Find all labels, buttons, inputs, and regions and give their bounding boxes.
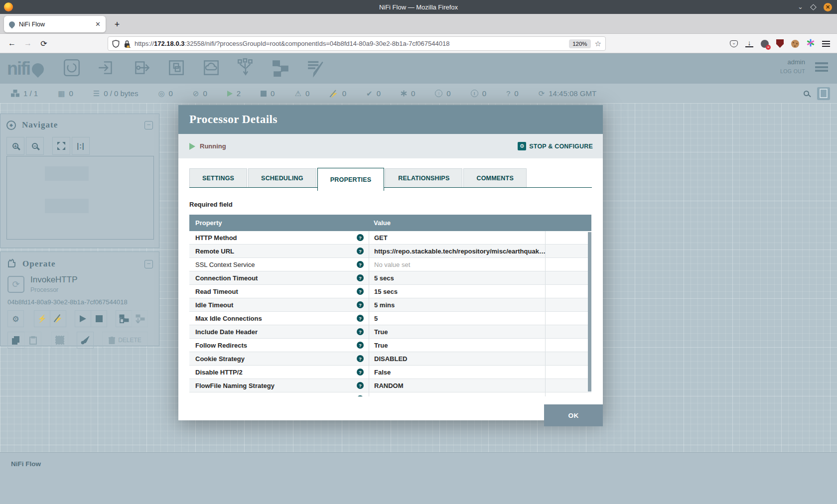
stop-icon[interactable] xyxy=(91,310,107,327)
label-icon[interactable] xyxy=(306,58,326,80)
property-row[interactable]: Remote URL?https://repo.stackable.tech/r… xyxy=(189,245,591,258)
close-icon[interactable]: ✕ xyxy=(824,3,832,11)
menu-icon[interactable] xyxy=(822,41,830,47)
connected-nodes-count: 1 / 1 xyxy=(11,89,38,98)
new-tab-button[interactable]: + xyxy=(111,18,124,31)
funnel-icon[interactable] xyxy=(236,58,256,80)
property-row[interactable]: Request Username?No value set xyxy=(189,392,591,396)
running-play-icon xyxy=(227,91,233,97)
zoom-fit-icon[interactable] xyxy=(52,137,70,155)
operate-collapse-icon[interactable]: – xyxy=(144,260,153,268)
lock-warning-icon[interactable] xyxy=(124,40,131,48)
zoom-level-badge[interactable]: 120% xyxy=(569,39,590,48)
tab-close-icon[interactable]: ✕ xyxy=(95,20,101,28)
properties-table-body: HTTP Method?GETRemote URL?https://repo.s… xyxy=(189,231,591,396)
property-row[interactable]: HTTP Method?GET xyxy=(189,231,591,245)
tab-settings[interactable]: SETTINGS xyxy=(189,168,247,187)
tracking-shield-icon[interactable] xyxy=(112,40,120,48)
help-icon[interactable]: ? xyxy=(357,301,364,308)
help-icon[interactable]: ? xyxy=(357,342,364,349)
configure-icon[interactable]: ⚙ xyxy=(7,310,24,327)
enable-icon[interactable]: ⚡ xyxy=(34,310,50,327)
zoom-out-icon[interactable]: − xyxy=(26,137,44,155)
maximize-icon[interactable] xyxy=(810,4,817,10)
adblock-shield-icon[interactable] xyxy=(776,39,784,48)
delete-button[interactable]: DELETE xyxy=(102,332,148,349)
cookie-extension-icon[interactable] xyxy=(791,40,799,48)
logout-link[interactable]: LOG OUT xyxy=(780,68,805,74)
input-port-icon[interactable] xyxy=(97,58,117,80)
downloads-icon[interactable]: ↓ xyxy=(745,40,753,47)
help-icon[interactable]: ? xyxy=(357,288,364,295)
group-icon[interactable] xyxy=(51,332,68,349)
change-version-icon[interactable] xyxy=(132,310,148,327)
property-column-header: Property xyxy=(189,219,369,227)
threads-grid-icon: ▦ xyxy=(58,89,65,98)
sidebar-toggle-icon[interactable] xyxy=(817,87,830,100)
global-menu-icon[interactable] xyxy=(815,62,828,72)
search-icon[interactable] xyxy=(804,91,809,96)
create-template-icon[interactable] xyxy=(116,310,132,327)
output-port-icon[interactable] xyxy=(132,58,151,80)
property-row[interactable]: Idle Timeout?5 mins xyxy=(189,298,591,312)
minimize-icon[interactable]: ⌄ xyxy=(798,4,803,9)
refresh-icon[interactable]: ⟳ xyxy=(539,89,545,98)
breadcrumb[interactable]: NiFi Flow xyxy=(11,460,41,468)
property-row[interactable]: SSL Context Service?No value set xyxy=(189,258,591,271)
navigate-minimap[interactable] xyxy=(6,156,154,240)
url-text[interactable]: https://172.18.0.3:32558/nifi/?processGr… xyxy=(135,40,565,47)
dialog-header: Processor Details xyxy=(178,105,603,134)
help-icon[interactable]: ? xyxy=(357,315,364,322)
help-icon[interactable]: ? xyxy=(357,261,364,268)
property-row[interactable]: Read Timeout?15 secs xyxy=(189,285,591,298)
url-bar[interactable]: https://172.18.0.3:32558/nifi/?processGr… xyxy=(108,36,606,51)
copy-icon[interactable] xyxy=(7,332,24,349)
property-row[interactable]: FlowFile Naming Strategy?RANDOM xyxy=(189,379,591,392)
back-icon[interactable]: ← xyxy=(4,39,20,48)
property-row[interactable]: Cookie Strategy?DISABLED xyxy=(189,352,591,366)
tab-relationships[interactable]: RELATIONSHIPS xyxy=(385,168,462,187)
gear-icon: ⚙ xyxy=(518,142,526,150)
tab-comments[interactable]: COMMENTS xyxy=(463,168,527,187)
properties-table: Property Value HTTP Method?GETRemote URL… xyxy=(189,215,591,396)
start-icon[interactable] xyxy=(75,310,91,327)
ok-button[interactable]: OK xyxy=(544,404,603,426)
help-icon[interactable]: ? xyxy=(357,395,364,396)
property-row[interactable]: Disable HTTP/2?False xyxy=(189,366,591,379)
browser-tab[interactable]: NiFi Flow ✕ xyxy=(4,16,106,32)
pocket-icon[interactable]: ⌄ xyxy=(730,40,738,47)
paste-icon[interactable] xyxy=(24,332,41,349)
tab-title: NiFi Flow xyxy=(19,21,91,28)
navigate-collapse-icon[interactable]: – xyxy=(144,121,153,129)
help-icon[interactable]: ? xyxy=(357,355,364,362)
help-icon[interactable]: ? xyxy=(357,382,364,389)
forward-icon[interactable]: → xyxy=(20,39,36,48)
tab-strip: NiFi Flow ✕ + xyxy=(0,14,837,34)
help-icon[interactable]: ? xyxy=(357,234,364,241)
disable-icon[interactable]: ⚡ xyxy=(50,310,66,327)
table-scrollbar[interactable] xyxy=(588,232,591,391)
account-alert-icon[interactable] xyxy=(761,40,769,48)
property-row[interactable]: Follow Redirects?True xyxy=(189,339,591,352)
processor-component-icon[interactable] xyxy=(62,58,82,80)
help-icon[interactable]: ? xyxy=(357,274,364,281)
color-brush-icon[interactable] xyxy=(77,332,94,349)
running-play-icon xyxy=(189,143,195,150)
tab-scheduling[interactable]: SCHEDULING xyxy=(248,168,316,187)
property-row[interactable]: Include Date Header?True xyxy=(189,325,591,339)
help-icon[interactable]: ? xyxy=(357,369,364,376)
zoom-in-icon[interactable]: + xyxy=(6,137,24,155)
property-row[interactable]: Max Idle Connections?5 xyxy=(189,312,591,325)
help-icon[interactable]: ? xyxy=(357,328,364,335)
process-group-icon[interactable] xyxy=(166,58,186,80)
stop-configure-button[interactable]: ⚙ STOP & CONFIGURE xyxy=(518,142,593,150)
template-icon[interactable] xyxy=(271,58,291,80)
remote-process-group-icon[interactable] xyxy=(201,58,221,80)
bookmark-star-icon[interactable]: ☆ xyxy=(595,39,601,48)
tab-properties[interactable]: PROPERTIES xyxy=(317,168,385,191)
property-row[interactable]: Connection Timeout?5 secs xyxy=(189,271,591,285)
help-icon[interactable]: ? xyxy=(357,248,364,254)
reload-icon[interactable]: ⟳ xyxy=(36,39,52,48)
zoom-actual-icon[interactable]: |:| xyxy=(72,137,90,155)
extension-asterisk-icon[interactable] xyxy=(807,39,815,49)
